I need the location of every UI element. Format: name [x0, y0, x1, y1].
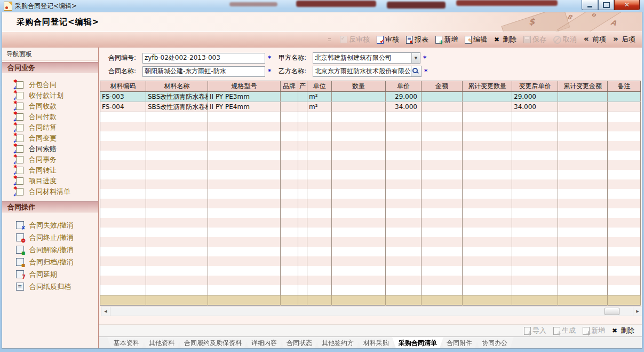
- empty-cell[interactable]: [208, 228, 281, 237]
- empty-cell[interactable]: [307, 247, 332, 256]
- cell[interactable]: m²: [307, 92, 332, 102]
- empty-cell[interactable]: [298, 122, 307, 131]
- empty-cell[interactable]: [608, 112, 641, 122]
- empty-cell[interactable]: [100, 285, 146, 295]
- cell[interactable]: FS-003: [100, 92, 146, 102]
- empty-cell[interactable]: [146, 189, 208, 199]
- empty-cell[interactable]: [307, 276, 332, 285]
- empty-cell[interactable]: [146, 160, 208, 170]
- empty-cell[interactable]: [100, 122, 146, 131]
- empty-cell[interactable]: [307, 141, 332, 151]
- empty-cell[interactable]: [608, 237, 641, 247]
- empty-cell[interactable]: [281, 208, 298, 218]
- empty-cell[interactable]: [463, 189, 512, 199]
- empty-cell[interactable]: [208, 112, 281, 122]
- empty-cell[interactable]: [332, 170, 386, 179]
- toolbar-button-add[interactable]: 新增: [435, 35, 458, 44]
- column-header[interactable]: 累计变更数量: [463, 81, 512, 92]
- empty-cell[interactable]: [208, 276, 281, 285]
- empty-cell[interactable]: [332, 189, 386, 199]
- empty-cell[interactable]: [281, 170, 298, 179]
- empty-cell[interactable]: [307, 228, 332, 237]
- sidebar-item[interactable]: 合同结算: [2, 122, 98, 133]
- empty-cell[interactable]: [281, 266, 298, 276]
- empty-cell[interactable]: [332, 208, 386, 218]
- empty-cell[interactable]: [208, 208, 281, 218]
- sidebar-item[interactable]: 合同事务: [2, 154, 98, 165]
- sidebar-item[interactable]: 合同延期: [2, 268, 98, 280]
- empty-cell[interactable]: [463, 179, 512, 189]
- empty-cell[interactable]: [422, 122, 463, 131]
- column-header[interactable]: 单位: [307, 81, 332, 92]
- empty-cell[interactable]: [422, 170, 463, 179]
- empty-cell[interactable]: [298, 285, 307, 295]
- empty-cell[interactable]: [558, 112, 608, 122]
- empty-cell[interactable]: [298, 218, 307, 228]
- tab-9[interactable]: 合同附件: [440, 337, 479, 348]
- empty-cell[interactable]: [100, 276, 146, 285]
- empty-row[interactable]: [100, 237, 641, 247]
- contract-name-input[interactable]: [142, 66, 265, 77]
- empty-cell[interactable]: [208, 266, 281, 276]
- empty-cell[interactable]: [281, 141, 298, 151]
- sidebar-item[interactable]: 合同纸质归档: [2, 280, 98, 293]
- scrollbar-thumb[interactable]: [605, 308, 619, 315]
- empty-cell[interactable]: [332, 122, 386, 131]
- cell[interactable]: FS-004: [100, 102, 146, 112]
- empty-cell[interactable]: [332, 131, 386, 141]
- empty-cell[interactable]: [208, 179, 281, 189]
- empty-row[interactable]: [100, 199, 641, 208]
- empty-cell[interactable]: [332, 141, 386, 151]
- empty-row[interactable]: [100, 276, 641, 285]
- tab-8[interactable]: 采购合同清单: [392, 337, 443, 348]
- empty-cell[interactable]: [100, 237, 146, 247]
- empty-cell[interactable]: [608, 218, 641, 228]
- empty-cell[interactable]: [512, 141, 558, 151]
- empty-cell[interactable]: [463, 151, 512, 160]
- tab-2[interactable]: 其他资料: [142, 337, 181, 348]
- empty-cell[interactable]: [422, 189, 463, 199]
- empty-cell[interactable]: [208, 151, 281, 160]
- sidebar-item[interactable]: 合同材料清单: [2, 186, 98, 197]
- column-header[interactable]: 材料名称: [146, 81, 208, 92]
- empty-cell[interactable]: [386, 199, 422, 208]
- tab-5[interactable]: 合同状态: [280, 337, 319, 348]
- empty-cell[interactable]: [307, 218, 332, 228]
- empty-cell[interactable]: [100, 131, 146, 141]
- sidebar-item[interactable]: 合同终止/撤消: [2, 231, 98, 244]
- cell[interactable]: [608, 92, 641, 102]
- empty-cell[interactable]: [146, 266, 208, 276]
- party-b-lookup-button[interactable]: [411, 66, 422, 77]
- empty-cell[interactable]: [463, 228, 512, 237]
- empty-cell[interactable]: [281, 151, 298, 160]
- empty-row[interactable]: [100, 122, 641, 131]
- toolbar-button-delete[interactable]: 删除: [494, 35, 516, 44]
- empty-cell[interactable]: [422, 276, 463, 285]
- empty-cell[interactable]: [422, 237, 463, 247]
- empty-cell[interactable]: [332, 276, 386, 285]
- empty-cell[interactable]: [386, 141, 422, 151]
- empty-cell[interactable]: [281, 237, 298, 247]
- empty-cell[interactable]: [422, 266, 463, 276]
- empty-cell[interactable]: [332, 218, 386, 228]
- empty-cell[interactable]: [386, 151, 422, 160]
- cell[interactable]: [463, 92, 512, 102]
- empty-cell[interactable]: [463, 237, 512, 247]
- empty-cell[interactable]: [512, 208, 558, 218]
- empty-cell[interactable]: [100, 160, 146, 170]
- empty-cell[interactable]: [512, 228, 558, 237]
- empty-cell[interactable]: [100, 247, 146, 256]
- empty-cell[interactable]: [146, 228, 208, 237]
- empty-cell[interactable]: [332, 256, 386, 266]
- empty-cell[interactable]: [146, 151, 208, 160]
- empty-cell[interactable]: [608, 141, 641, 151]
- empty-cell[interactable]: [512, 189, 558, 199]
- empty-cell[interactable]: [307, 256, 332, 266]
- empty-cell[interactable]: [100, 266, 146, 276]
- empty-cell[interactable]: [386, 170, 422, 179]
- empty-row[interactable]: [100, 228, 641, 237]
- empty-cell[interactable]: [608, 247, 641, 256]
- empty-row[interactable]: [100, 179, 641, 189]
- cell[interactable]: [463, 102, 512, 112]
- empty-row[interactable]: [100, 285, 641, 295]
